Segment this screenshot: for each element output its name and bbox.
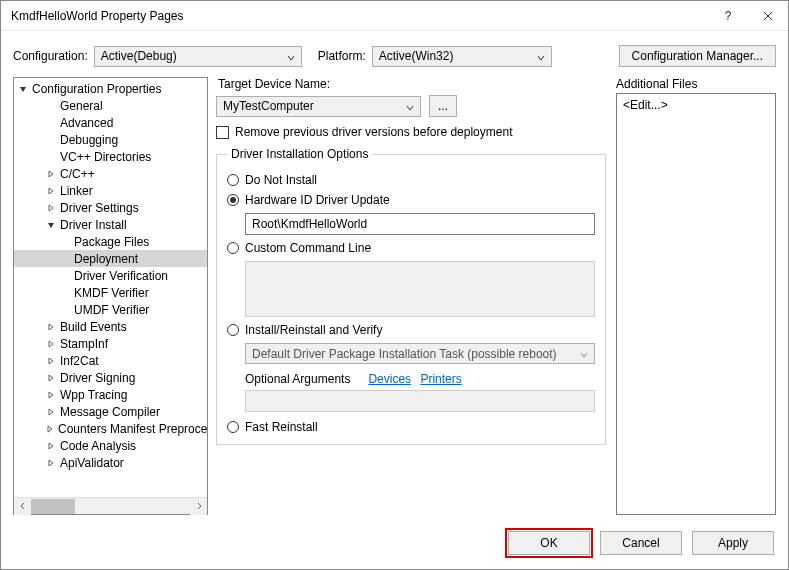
tree-item[interactable]: Code Analysis xyxy=(14,437,207,454)
configuration-combo[interactable]: Active(Debug) xyxy=(94,46,302,67)
tree-item[interactable]: Driver Install xyxy=(14,216,207,233)
center-panel: Target Device Name: MyTestComputer ... R… xyxy=(216,77,606,515)
tree-item[interactable]: Counters Manifest Preprocess xyxy=(14,420,207,437)
triangle-right-icon[interactable] xyxy=(46,374,56,382)
scroll-left-icon[interactable] xyxy=(14,498,31,515)
chevron-down-icon xyxy=(580,348,588,362)
printers-link[interactable]: Printers xyxy=(420,372,461,386)
radio-hardware-id[interactable] xyxy=(227,194,239,206)
tree-root[interactable]: Configuration Properties xyxy=(14,80,207,97)
cancel-button[interactable]: Cancel xyxy=(600,531,682,555)
tree-item[interactable]: KMDF Verifier xyxy=(14,284,207,301)
radio-custom-cmd[interactable] xyxy=(227,242,239,254)
tree-item-label: General xyxy=(58,99,105,113)
tree-item-label: Driver Signing xyxy=(58,371,137,385)
optional-args-input[interactable] xyxy=(245,390,595,412)
label-custom-cmd: Custom Command Line xyxy=(245,241,371,255)
target-device-combo[interactable]: MyTestComputer xyxy=(216,96,421,117)
close-button[interactable] xyxy=(748,1,788,31)
hardware-id-value: Root\KmdfHelloWorld xyxy=(252,217,367,231)
tree-item[interactable]: Message Compiler xyxy=(14,403,207,420)
triangle-right-icon[interactable] xyxy=(46,459,56,467)
additional-files-value: <Edit...> xyxy=(623,98,668,112)
tree-panel: Configuration Properties GeneralAdvanced… xyxy=(13,77,208,515)
nav-tree[interactable]: Configuration Properties GeneralAdvanced… xyxy=(14,78,207,497)
help-button[interactable]: ? xyxy=(708,1,748,31)
tree-item[interactable]: Debugging xyxy=(14,131,207,148)
tree-item-label: Debugging xyxy=(58,133,120,147)
dialog-footer: OK Cancel Apply xyxy=(1,521,788,569)
tree-item-label: Package Files xyxy=(72,235,151,249)
triangle-right-icon[interactable] xyxy=(46,187,56,195)
tree-item[interactable]: C/C++ xyxy=(14,165,207,182)
ok-button[interactable]: OK xyxy=(508,531,590,555)
tree-item[interactable]: VC++ Directories xyxy=(14,148,207,165)
triangle-right-icon[interactable] xyxy=(46,204,56,212)
triangle-right-icon[interactable] xyxy=(46,391,56,399)
tree-item-label: ApiValidator xyxy=(58,456,126,470)
tree-item[interactable]: Driver Settings xyxy=(14,199,207,216)
apply-button[interactable]: Apply xyxy=(692,531,774,555)
tree-item-label: Wpp Tracing xyxy=(58,388,129,402)
target-device-value: MyTestComputer xyxy=(223,99,314,113)
configuration-manager-button[interactable]: Configuration Manager... xyxy=(619,45,776,67)
radio-do-not-install[interactable] xyxy=(227,174,239,186)
tree-item[interactable]: StampInf xyxy=(14,335,207,352)
tree-item-label: UMDF Verifier xyxy=(72,303,151,317)
tree-item[interactable]: Driver Signing xyxy=(14,369,207,386)
triangle-right-icon[interactable] xyxy=(46,408,56,416)
devices-link[interactable]: Devices xyxy=(368,372,411,386)
horizontal-scrollbar[interactable] xyxy=(14,497,207,514)
tree-item-label: Advanced xyxy=(58,116,115,130)
remove-previous-checkbox[interactable] xyxy=(216,126,229,139)
tree-item[interactable]: Deployment xyxy=(14,250,207,267)
driver-install-options-group: Driver Installation Options Do Not Insta… xyxy=(216,147,606,445)
tree-item[interactable]: Wpp Tracing xyxy=(14,386,207,403)
additional-files-box[interactable]: <Edit...> xyxy=(616,93,776,515)
driver-install-legend: Driver Installation Options xyxy=(227,147,372,161)
triangle-right-icon[interactable] xyxy=(46,357,56,365)
triangle-down-icon[interactable] xyxy=(18,85,28,93)
tree-item[interactable]: General xyxy=(14,97,207,114)
label-install-verify: Install/Reinstall and Verify xyxy=(245,323,382,337)
scrollbar-thumb[interactable] xyxy=(31,499,75,514)
triangle-right-icon[interactable] xyxy=(46,323,56,331)
tree-item[interactable]: Linker xyxy=(14,182,207,199)
main-panel: Target Device Name: MyTestComputer ... R… xyxy=(216,77,776,515)
tree-item-label: Driver Settings xyxy=(58,201,141,215)
triangle-down-icon[interactable] xyxy=(46,221,56,229)
additional-files-panel: Additional Files <Edit...> xyxy=(616,77,776,515)
triangle-right-icon[interactable] xyxy=(46,425,54,433)
chevron-down-icon xyxy=(537,51,545,65)
additional-files-label: Additional Files xyxy=(616,77,776,91)
hardware-id-input[interactable]: Root\KmdfHelloWorld xyxy=(245,213,595,235)
tree-item[interactable]: Driver Verification xyxy=(14,267,207,284)
custom-cmd-text[interactable] xyxy=(245,261,595,317)
tree-item-label: Code Analysis xyxy=(58,439,138,453)
install-task-combo[interactable]: Default Driver Package Installation Task… xyxy=(245,343,595,364)
triangle-right-icon[interactable] xyxy=(46,442,56,450)
scroll-right-icon[interactable] xyxy=(190,498,207,515)
tree-item[interactable]: UMDF Verifier xyxy=(14,301,207,318)
optional-args-label: Optional Arguments xyxy=(245,372,350,386)
radio-install-verify[interactable] xyxy=(227,324,239,336)
tree-item[interactable]: Build Events xyxy=(14,318,207,335)
tree-item-label: Message Compiler xyxy=(58,405,162,419)
chevron-down-icon xyxy=(406,101,414,115)
triangle-right-icon[interactable] xyxy=(46,170,56,178)
tree-item[interactable]: Advanced xyxy=(14,114,207,131)
target-device-label: Target Device Name: xyxy=(218,77,606,91)
tree-item-label: Deployment xyxy=(72,252,140,266)
tree-item[interactable]: ApiValidator xyxy=(14,454,207,471)
tree-item-label: Linker xyxy=(58,184,95,198)
tree-item-label: KMDF Verifier xyxy=(72,286,151,300)
tree-item[interactable]: Package Files xyxy=(14,233,207,250)
platform-combo[interactable]: Active(Win32) xyxy=(372,46,552,67)
browse-button[interactable]: ... xyxy=(429,95,457,117)
tree-item[interactable]: Inf2Cat xyxy=(14,352,207,369)
window-title: KmdfHelloWorld Property Pages xyxy=(11,9,708,23)
tree-item-label: C/C++ xyxy=(58,167,97,181)
radio-fast-reinstall[interactable] xyxy=(227,421,239,433)
titlebar: KmdfHelloWorld Property Pages ? xyxy=(1,1,788,31)
triangle-right-icon[interactable] xyxy=(46,340,56,348)
